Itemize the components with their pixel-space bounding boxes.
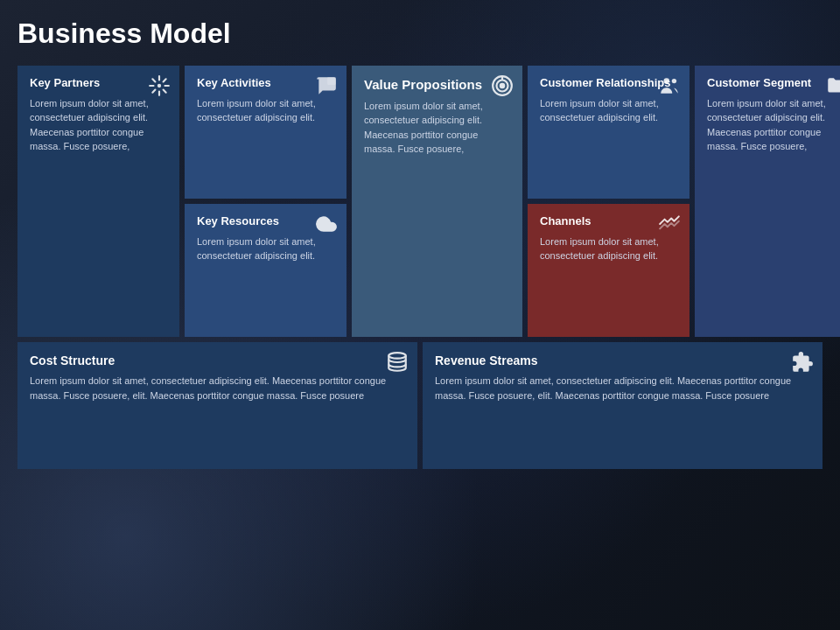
page-title: Business Model [18,18,822,50]
key-partners-cell: Key Partners Lorem ipsum dolor sit amet,… [18,66,179,337]
svg-point-0 [158,84,161,88]
svg-point-7 [672,79,676,83]
revenue-streams-title: Revenue Streams [435,353,810,368]
revenue-streams-body: Lorem ipsum dolor sit amet, consectetuer… [435,374,810,402]
database-icon [386,351,409,374]
value-propositions-title: Value Propositions [364,76,510,94]
customer-relationships-cell: Customer Relationships Lorem ipsum dolor… [528,66,690,199]
asterisk-icon [148,74,171,97]
svg-point-4 [500,84,504,88]
business-model-grid: Key Partners Lorem ipsum dolor sit amet,… [18,66,822,469]
svg-point-6 [664,78,670,84]
customer-segment-title: Customer Segment [707,76,840,91]
channels-title: Channels [540,214,677,229]
puzzle-icon [791,351,814,374]
value-propositions-cell: Value Propositions Lorem ipsum dolor sit… [352,66,522,337]
value-propositions-body: Lorem ipsum dolor sit amet, consectetuer… [364,99,510,157]
target-icon [491,74,514,97]
channels-body: Lorem ipsum dolor sit amet, consectetuer… [540,234,677,263]
cost-structure-title: Cost Structure [30,353,405,368]
svg-rect-1 [327,77,336,85]
handshake-icon [658,213,681,235]
key-resources-title: Key Resources [197,214,334,229]
top-grid: Key Partners Lorem ipsum dolor sit amet,… [18,66,822,337]
customer-segment-body: Lorem ipsum dolor sit amet, consectetuer… [707,96,840,154]
key-activities-body: Lorem ipsum dolor sit amet, consectetuer… [197,96,334,125]
customer-segment-cell: Customer Segment Lorem ipsum dolor sit a… [695,66,840,337]
bottom-grid: Cost Structure Lorem ipsum dolor sit ame… [18,342,822,469]
customer-relationships-title: Customer Relationships [540,76,677,91]
key-activities-cell: Key Activities Lorem ipsum dolor sit ame… [185,66,346,199]
cloud-icon [315,213,338,235]
cost-structure-cell: Cost Structure Lorem ipsum dolor sit ame… [18,342,417,469]
chat-icon [315,74,338,97]
channels-cell: Channels Lorem ipsum dolor sit amet, con… [528,204,690,337]
people-icon [658,74,681,97]
key-activities-title: Key Activities [197,76,334,91]
key-partners-title: Key Partners [30,76,167,91]
key-partners-body: Lorem ipsum dolor sit amet, consectetuer… [30,96,167,154]
key-resources-cell: Key Resources Lorem ipsum dolor sit amet… [185,204,346,337]
key-resources-body: Lorem ipsum dolor sit amet, consectetuer… [197,234,334,263]
svg-point-8 [388,353,406,359]
folder-icon [825,74,840,97]
customer-relationships-body: Lorem ipsum dolor sit amet, consectetuer… [540,96,677,125]
cost-structure-body: Lorem ipsum dolor sit amet, consectetuer… [30,374,405,402]
revenue-streams-cell: Revenue Streams Lorem ipsum dolor sit am… [423,342,822,469]
